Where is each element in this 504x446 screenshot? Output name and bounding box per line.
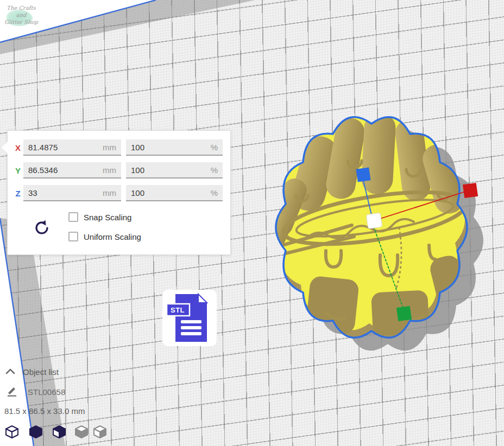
reset-rotate-icon [33, 219, 51, 237]
logo-line-3: Glitter Shop [2, 18, 40, 26]
y-percent-input[interactable] [131, 165, 211, 175]
logo-line-1: The Crafts [2, 4, 40, 11]
x-percent-field: % [126, 139, 223, 156]
uniform-scaling-label: Uniform Scaling [84, 232, 141, 241]
x-percent-unit: % [211, 143, 218, 152]
x-size-field: mm [23, 139, 121, 156]
y-percent-unit: % [211, 165, 218, 175]
view-front-face-cube-button[interactable] [52, 424, 67, 439]
y-percent-field: % [126, 162, 223, 179]
view-layer-cube-button[interactable] [92, 424, 108, 439]
snap-scaling-row: Snap Scaling [68, 212, 131, 222]
logo-line-2: and [2, 11, 40, 18]
reset-scale-button[interactable] [33, 219, 51, 237]
y-size-field: mm [23, 162, 121, 179]
stl-file-icon: STL [162, 290, 217, 346]
y-size-unit: mm [103, 165, 116, 175]
gizmo-center-handle[interactable] [366, 213, 382, 228]
z-size-unit: mm [103, 188, 116, 197]
z-size-field: mm [23, 185, 121, 201]
top-face-cube-icon [74, 424, 89, 439]
z-percent-field: % [126, 185, 223, 201]
snap-scaling-label: Snap Scaling [84, 213, 131, 222]
gizmo-z-handle[interactable] [356, 167, 370, 182]
wireframe-cube-icon [4, 424, 20, 439]
shop-logo: The Crafts and Glitter Shop [2, 1, 40, 35]
y-size-input[interactable] [28, 165, 103, 175]
view-solid-cube-button[interactable] [28, 424, 43, 439]
axis-y-label: Y [13, 166, 23, 175]
view-wireframe-cube-button[interactable] [4, 424, 20, 439]
object-list-title[interactable]: Object list [23, 367, 59, 377]
stl-badge-label: STL [171, 306, 185, 314]
gizmo-y-handle[interactable] [396, 306, 412, 321]
z-percent-input[interactable] [131, 188, 211, 197]
z-percent-unit: % [211, 188, 218, 197]
object-dimensions: 81.5 x 86.5 x 33.0 mm [4, 406, 85, 416]
x-size-input[interactable] [28, 143, 103, 152]
view-top-face-cube-button[interactable] [74, 424, 89, 439]
uniform-scaling-row: Uniform Scaling [68, 232, 141, 241]
z-size-input[interactable] [28, 188, 103, 197]
panel-notch [2, 142, 8, 154]
gizmo-x-handle[interactable] [463, 183, 478, 198]
collapse-chevron-icon[interactable] [5, 368, 15, 374]
edit-pencil-icon[interactable] [7, 386, 17, 397]
layer-cube-icon [92, 424, 108, 439]
uniform-scaling-checkbox[interactable] [68, 232, 78, 241]
x-percent-input[interactable] [131, 143, 211, 152]
axis-x-label: X [13, 143, 23, 152]
stl-file-card[interactable]: STL [162, 290, 217, 346]
front-face-cube-icon [52, 424, 67, 439]
solid-cube-icon [28, 424, 43, 439]
object-file-name[interactable]: STL00658 [28, 387, 65, 397]
app-viewport: The Crafts and Glitter Shop [0, 0, 504, 446]
snap-scaling-checkbox[interactable] [68, 212, 78, 222]
x-size-unit: mm [103, 143, 116, 152]
scale-tool-panel: X mm % Y mm % Z mm [7, 130, 231, 255]
axis-z-label: Z [13, 189, 23, 198]
